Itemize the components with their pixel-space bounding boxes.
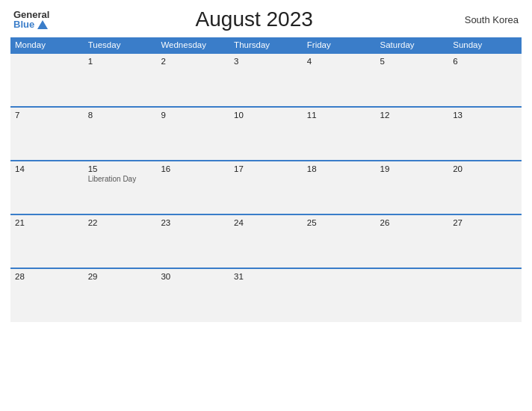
calendar-cell: 14 — [10, 161, 84, 214]
calendar-cell: 5 — [376, 53, 449, 107]
calendar-cell: 12 — [376, 107, 449, 161]
date-number: 6 — [453, 57, 517, 66]
calendar-cell: 7 — [10, 107, 84, 161]
calendar-cell — [10, 53, 84, 107]
date-number: 5 — [380, 57, 445, 66]
calendar-cell: 8 — [84, 107, 157, 161]
calendar-week-row: 78910111213 — [10, 107, 522, 161]
date-number: 29 — [88, 272, 152, 281]
header: General Blue August 2023 South Korea — [10, 7, 522, 31]
calendar-cell: 3 — [229, 53, 303, 107]
calendar-table: Monday Tuesday Wednesday Thursday Friday… — [10, 37, 522, 322]
date-number: 25 — [307, 218, 371, 227]
col-monday: Monday — [10, 37, 84, 53]
date-number: 12 — [380, 111, 445, 120]
calendar-week-row: 123456 — [10, 53, 522, 107]
date-number: 2 — [161, 57, 225, 66]
date-number: 22 — [88, 218, 152, 227]
date-number: 23 — [161, 218, 225, 227]
date-number: 3 — [234, 57, 298, 66]
calendar-cell: 25 — [303, 214, 376, 268]
calendar-cell: 24 — [229, 214, 303, 268]
calendar-cell: 26 — [376, 214, 449, 268]
calendar-cell: 17 — [229, 161, 303, 214]
calendar-cell: 15Liberation Day — [84, 161, 157, 214]
date-number: 30 — [161, 272, 225, 281]
calendar-cell — [376, 268, 449, 322]
logo-triangle-icon — [37, 20, 48, 29]
date-number: 24 — [234, 218, 298, 227]
date-number: 15 — [88, 164, 152, 173]
calendar-week-row: 1415Liberation Day1617181920 — [10, 161, 522, 214]
date-number: 27 — [453, 218, 517, 227]
calendar-cell: 10 — [229, 107, 303, 161]
date-number: 10 — [234, 111, 298, 120]
calendar-cell: 31 — [229, 268, 303, 322]
date-number: 28 — [15, 272, 79, 281]
country-label: South Korea — [459, 14, 519, 25]
calendar-cell: 23 — [156, 214, 229, 268]
calendar-cell: 21 — [10, 214, 84, 268]
date-number: 8 — [88, 111, 152, 120]
calendar-week-row: 21222324252627 — [10, 214, 522, 268]
date-number: 1 — [88, 57, 152, 66]
calendar-cell: 27 — [448, 214, 522, 268]
calendar-cell: 6 — [448, 53, 522, 107]
calendar-cell: 11 — [303, 107, 376, 161]
date-number: 13 — [453, 111, 517, 120]
date-number: 26 — [380, 218, 445, 227]
date-number: 7 — [15, 111, 79, 120]
calendar-cell: 22 — [84, 214, 157, 268]
date-number: 11 — [307, 111, 371, 120]
col-thursday: Thursday — [229, 37, 303, 53]
calendar-cell: 1 — [84, 53, 157, 107]
date-number: 9 — [161, 111, 225, 120]
calendar-cell: 28 — [10, 268, 84, 322]
col-sunday: Sunday — [448, 37, 522, 53]
col-wednesday: Wednesday — [156, 37, 229, 53]
date-number: 4 — [307, 57, 371, 66]
calendar-title: August 2023 — [49, 7, 459, 31]
date-number: 14 — [15, 164, 79, 173]
calendar-cell — [303, 268, 376, 322]
calendar-cell: 18 — [303, 161, 376, 214]
logo: General Blue — [13, 10, 49, 29]
date-number: 21 — [15, 218, 79, 227]
calendar-cell: 20 — [448, 161, 522, 214]
calendar-cell: 2 — [156, 53, 229, 107]
calendar-cell: 29 — [84, 268, 157, 322]
calendar-week-row: 28293031 — [10, 268, 522, 322]
calendar-cell: 16 — [156, 161, 229, 214]
date-number: 19 — [380, 164, 445, 173]
logo-blue-text: Blue — [13, 19, 48, 29]
col-tuesday: Tuesday — [84, 37, 157, 53]
col-friday: Friday — [303, 37, 376, 53]
calendar-page: General Blue August 2023 South Korea Mon… — [0, 0, 532, 411]
calendar-cell — [448, 268, 522, 322]
date-number: 17 — [234, 164, 298, 173]
date-number: 20 — [453, 164, 517, 173]
calendar-cell: 9 — [156, 107, 229, 161]
calendar-cell: 30 — [156, 268, 229, 322]
calendar-cell: 19 — [376, 161, 449, 214]
calendar-cell: 13 — [448, 107, 522, 161]
calendar-header-row: Monday Tuesday Wednesday Thursday Friday… — [10, 37, 522, 53]
date-number: 31 — [234, 272, 298, 281]
holiday-label: Liberation Day — [88, 175, 152, 183]
date-number: 16 — [161, 164, 225, 173]
calendar-cell: 4 — [303, 53, 376, 107]
col-saturday: Saturday — [376, 37, 449, 53]
date-number: 18 — [307, 164, 371, 173]
